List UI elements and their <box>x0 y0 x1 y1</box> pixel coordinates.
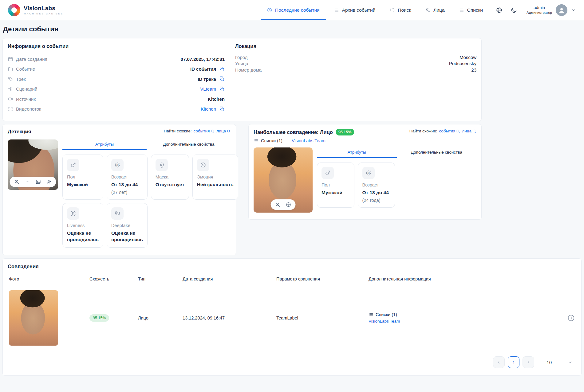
table-row[interactable]: 95.15% Лицо 13.12.2024, 09:16:47 TeamLab… <box>8 286 576 350</box>
similarity-badge: 95.15% <box>89 314 109 322</box>
detection-face-photo[interactable] <box>8 139 58 190</box>
location-row-house: Номер дома 23 <box>235 67 476 73</box>
stream-link[interactable]: Kitchen <box>201 106 216 112</box>
match-list-link[interactable]: VisionLabs Team <box>369 319 400 323</box>
nav-latest-events[interactable]: Последние события <box>267 0 320 20</box>
source-value: Kitchen <box>208 96 225 102</box>
archive-list-icon <box>334 7 339 13</box>
info-row-created: Дата создания 07.07.2025, 17:42:31 <box>8 54 225 64</box>
search-icon <box>210 129 215 133</box>
nav-label: Поиск <box>398 7 411 13</box>
find-similar-faces-link[interactable]: лица <box>216 129 231 133</box>
attribute-card-liveness: Liveness Оценка не проводилась <box>62 203 103 248</box>
page-size-value[interactable]: 10 <box>547 360 552 365</box>
match-compare-param: TeamLabel <box>276 316 369 320</box>
user-menu[interactable]: admin Администратор <box>527 4 576 16</box>
visionlabs-logo-icon <box>8 4 20 16</box>
col-similarity: Схожесть <box>89 276 138 281</box>
tab-extra-properties[interactable]: Дополнительные свойства <box>397 147 477 158</box>
prev-page-button[interactable] <box>493 356 505 368</box>
age-icon: 18 <box>114 162 120 168</box>
copy-icon <box>219 106 225 112</box>
scan-frame-icon <box>8 106 13 112</box>
match-extra-info: Списки (1) VisionLabs Team <box>369 312 558 325</box>
nav-event-archive[interactable]: Архив событий <box>334 0 376 20</box>
best-match-attributes: Атрибуты Дополнительные свойства Пол Муж… <box>317 147 476 213</box>
tab-attributes[interactable]: Атрибуты <box>62 139 147 150</box>
app-header: VisionLabs MACHINES CAN SEE Последние со… <box>0 0 584 20</box>
info-row-source: Источник Kitchen <box>8 94 225 104</box>
info-row-track: Трек ID трека <box>8 74 225 84</box>
nav-label: Списки <box>467 7 483 13</box>
copy-event-id-button[interactable] <box>219 66 225 72</box>
info-row-scenario: Сценарий VLteam <box>8 84 225 94</box>
person-add-icon[interactable] <box>46 179 52 185</box>
brand-name: VisionLabs <box>24 5 63 12</box>
brand-text: VisionLabs MACHINES CAN SEE <box>24 5 63 15</box>
attribute-card-deepfake: Deepfake Оценка не проводилась <box>107 203 148 248</box>
moon-icon[interactable] <box>511 7 517 14</box>
brand-logo[interactable]: VisionLabs MACHINES CAN SEE <box>8 4 63 16</box>
image-icon[interactable] <box>36 179 41 185</box>
age-icon: 18 <box>365 170 372 176</box>
find-similar-events-link[interactable]: события <box>193 129 215 133</box>
page-title: Детали события <box>2 25 582 33</box>
find-similar-faces-link[interactable]: лица <box>462 129 476 133</box>
zoom-in-icon[interactable] <box>275 202 281 207</box>
tag-icon <box>8 76 13 82</box>
user-meta: admin Администратор <box>527 5 552 15</box>
page-content: Детали события Информация о событии Дата… <box>0 20 584 376</box>
avatar <box>556 4 567 16</box>
similarity-badge: 95.15% <box>336 129 354 135</box>
info-label: Событие <box>16 66 35 72</box>
location-row-city: Город Moscow <box>235 54 476 61</box>
detection-attributes: Атрибуты Дополнительные свойства Пол Муж… <box>62 139 231 248</box>
photo-toolbar <box>271 199 296 210</box>
deepfake-masks-icon <box>114 210 120 217</box>
next-page-button[interactable] <box>523 356 534 368</box>
best-match-face-photo[interactable] <box>254 147 313 213</box>
copy-track-id-button[interactable] <box>219 76 225 82</box>
detection-panel: Детекция Найти схожие: события лица <box>2 124 236 255</box>
chevron-down-icon[interactable] <box>568 360 573 365</box>
col-compare-param: Параметр сравнения <box>276 276 369 281</box>
match-row-photo[interactable] <box>9 290 58 346</box>
copy-icon <box>219 76 225 82</box>
list-icon <box>254 138 258 143</box>
copy-scenario-button[interactable] <box>219 86 225 92</box>
info-label: Сценарий <box>16 86 37 92</box>
more-options-icon[interactable] <box>25 179 30 185</box>
info-label: Трек <box>16 76 26 82</box>
table-header: Фото Схожесть Тип Дата создания Параметр… <box>8 274 576 286</box>
tab-extra-properties[interactable]: Дополнительные свойства <box>147 139 231 150</box>
video-camera-icon <box>8 96 13 102</box>
open-face-icon[interactable] <box>286 202 291 207</box>
find-similar-events-link[interactable]: события <box>439 129 460 133</box>
globe-icon[interactable] <box>496 7 503 14</box>
matches-title: Совпадения <box>8 264 576 269</box>
nav-faces[interactable]: Лица <box>425 0 444 20</box>
tab-attributes[interactable]: Атрибуты <box>317 147 397 158</box>
scenario-link[interactable]: VLteam <box>200 86 216 92</box>
chevron-down-icon[interactable] <box>571 8 576 13</box>
nav-lists[interactable]: Списки <box>459 0 483 20</box>
attribute-card-age: 18 Возраст От 18 до 44 (24 года) <box>358 163 395 208</box>
nav-search[interactable]: Поиск <box>389 0 411 20</box>
mask-icon <box>159 162 165 168</box>
best-match-list-link[interactable]: VisionLabs Team <box>292 138 326 143</box>
created-value: 07.07.2025, 17:42:31 <box>181 57 225 62</box>
event-info-column: Информация о событии Дата создания 07.07… <box>8 43 235 114</box>
nav-label: Архив событий <box>342 7 376 13</box>
pagination: 1 10 <box>8 350 576 375</box>
info-row-event: Событие ID события <box>8 64 225 74</box>
nav-label: Последние события <box>275 7 320 13</box>
info-label: Источник <box>16 96 36 102</box>
zoom-in-icon[interactable] <box>14 179 20 185</box>
detection-title: Детекция <box>8 129 31 135</box>
person-icon <box>558 6 566 14</box>
track-id-value: ID трека <box>198 76 216 82</box>
open-match-icon[interactable] <box>567 314 575 322</box>
user-name: admin <box>527 5 552 10</box>
current-page-button[interactable]: 1 <box>508 356 519 368</box>
copy-stream-button[interactable] <box>219 106 225 112</box>
